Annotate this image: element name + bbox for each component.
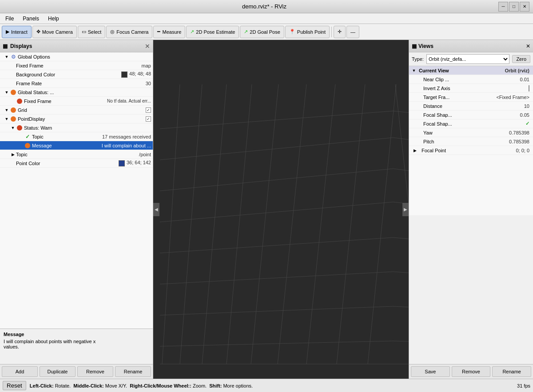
focus-camera-button[interactable]: ◎ Focus Camera: [106, 26, 152, 38]
views-tree-row[interactable]: Distance 10: [409, 102, 533, 111]
rename-view-button[interactable]: Rename: [492, 366, 531, 377]
red-circle-icon: [16, 125, 23, 131]
views-panel: ▦ Views ✕ Type: Orbit (rviz_defa... Zero…: [409, 40, 533, 379]
displays-tree[interactable]: ▼ ⚙ Global Options Fixed Frame map Backg…: [0, 52, 153, 329]
2d-pose-button[interactable]: ↗ 2D Pose Estimate: [186, 26, 239, 38]
views-tree-row[interactable]: Focal Shap... 0.05: [409, 111, 533, 119]
main-layout: ▦ Displays ✕ ▼ ⚙ Global Options Fixed Fr…: [0, 40, 533, 379]
tree-row[interactable]: Background Color 48; 48; 48: [0, 70, 153, 79]
views-item-label: Focal Shap...: [417, 121, 525, 127]
select-button[interactable]: ▭ Select: [78, 26, 106, 38]
publish-point-icon: 📍: [289, 29, 295, 35]
tree-row[interactable]: ▼ ⚙ Global Options: [0, 52, 153, 61]
tree-item-value: ✓: [146, 107, 153, 113]
expand-icon[interactable]: ▼: [4, 108, 10, 112]
views-item-value: Orbit (rviz): [505, 68, 533, 73]
expand-icon[interactable]: ▼: [411, 68, 417, 73]
views-tree-row[interactable]: ▶ Focal Point 0; 0; 0: [409, 146, 533, 155]
save-view-button[interactable]: Save: [411, 366, 450, 377]
tree-item-label: Topic: [16, 152, 139, 157]
expand-icon[interactable]: ▼: [4, 117, 10, 121]
views-item-value: 0.785398: [509, 130, 533, 135]
invert-z-checkbox[interactable]: [529, 85, 529, 91]
displays-title: ▦ Displays: [3, 43, 32, 49]
tree-item-label: Global Options: [18, 54, 151, 59]
tree-item-value: I will complain about ...: [102, 143, 153, 148]
views-type-select[interactable]: Orbit (rviz_defa...: [426, 54, 509, 64]
tree-item-label: Fixed Frame: [24, 99, 107, 104]
views-spacer: [409, 215, 533, 364]
views-tree-row[interactable]: Near Clip ... 0.01: [409, 75, 533, 84]
views-item-label: Distance: [417, 103, 524, 109]
reset-button[interactable]: Reset: [3, 381, 26, 390]
tree-row[interactable]: ✓ Topic 17 messages received: [0, 132, 153, 141]
views-tree-row[interactable]: Focal Shap... ✓: [409, 119, 533, 128]
duplicate-display-button[interactable]: Duplicate: [40, 366, 76, 377]
views-tree-row[interactable]: ▼ Current View Orbit (rviz): [409, 66, 533, 75]
views-tree-row[interactable]: Yaw 0.785398: [409, 128, 533, 137]
menubar: File Panels Help: [0, 13, 533, 24]
tree-row[interactable]: Frame Rate 30: [0, 79, 153, 88]
views-close-button[interactable]: ✕: [526, 43, 530, 49]
select-label: Select: [88, 29, 102, 35]
add-display-button[interactable]: Add: [2, 366, 38, 377]
displays-buttons: Add Duplicate Remove Rename: [0, 364, 153, 379]
views-icon: ▦: [412, 43, 417, 49]
displays-close-button[interactable]: ✕: [145, 43, 150, 50]
tree-item-label: Topic: [32, 134, 102, 139]
views-tree-row[interactable]: Invert Z Axis: [409, 84, 533, 93]
expand-icon[interactable]: ▶: [411, 148, 417, 153]
minus-toolbar-button[interactable]: —: [346, 26, 359, 38]
views-type-label: Type:: [412, 56, 424, 62]
tree-item-label: Background Color: [16, 72, 121, 77]
measure-button[interactable]: ━ Measure: [153, 26, 185, 38]
tree-row[interactable]: Fixed Frame No tf data. Actual err...: [0, 97, 153, 106]
views-item-label: Invert Z Axis: [417, 86, 529, 91]
statusbar: Reset Left-Click: Rotate. Middle-Click: …: [0, 379, 533, 392]
views-item-value: 0.05: [520, 112, 533, 118]
menu-help[interactable]: Help: [44, 15, 63, 23]
tree-row[interactable]: ▶ Topic /point: [0, 150, 153, 159]
tree-row[interactable]: Fixed Frame map: [0, 61, 153, 70]
menu-file[interactable]: File: [2, 15, 17, 23]
3d-viewport[interactable]: ◀ ▶: [153, 40, 409, 379]
tree-item-label: Global Status: ...: [18, 90, 151, 95]
color-swatch: [121, 71, 127, 78]
expand-icon[interactable]: ▼: [10, 126, 16, 130]
tree-row[interactable]: ▼ Grid ✓: [0, 106, 153, 115]
move-camera-button[interactable]: ✥ Move Camera: [32, 26, 77, 38]
remove-display-button[interactable]: Remove: [77, 366, 113, 377]
views-zero-button[interactable]: Zero: [512, 55, 530, 63]
tree-row[interactable]: ▼ PointDisplay ✓: [0, 115, 153, 123]
interact-button[interactable]: ▶ Interact: [2, 26, 32, 38]
tree-row-selected[interactable]: Message I will complain about ...: [0, 141, 153, 150]
tree-row[interactable]: ▼ Global Status: ...: [0, 88, 153, 97]
tree-item-label: Fixed Frame: [16, 63, 142, 68]
tree-row[interactable]: Point Color 36; 64; 142: [0, 159, 153, 168]
2d-goal-button[interactable]: ↗ 2D Goal Pose: [240, 26, 284, 38]
expand-icon[interactable]: ▼: [4, 55, 10, 59]
minimize-button[interactable]: ─: [498, 2, 508, 12]
pointdisplay-checkbox[interactable]: ✓: [146, 116, 151, 122]
rename-display-button[interactable]: Rename: [115, 366, 151, 377]
views-buttons: Save Remove Rename: [409, 364, 533, 379]
grid-checkbox[interactable]: ✓: [146, 107, 151, 113]
publish-point-button[interactable]: 📍 Publish Point: [285, 26, 330, 38]
status-help-text: Left-Click: Rotate. Middle-Click: Move X…: [30, 383, 253, 388]
menu-panels[interactable]: Panels: [19, 15, 43, 23]
select-icon: ▭: [82, 29, 86, 35]
collapse-right-arrow[interactable]: ▶: [402, 203, 409, 216]
collapse-left-arrow[interactable]: ◀: [153, 203, 159, 216]
add-toolbar-button[interactable]: ✛: [334, 26, 346, 38]
views-item-label: Target Fra...: [417, 95, 496, 100]
tree-row[interactable]: ▼ Status: Warn: [0, 123, 153, 132]
remove-view-button[interactable]: Remove: [452, 366, 491, 377]
views-tree-row[interactable]: Target Fra... <Fixed Frame>: [409, 93, 533, 102]
displays-header: ▦ Displays ✕: [0, 40, 153, 52]
views-tree-row[interactable]: Pitch 0.785398: [409, 137, 533, 146]
maximize-button[interactable]: □: [509, 2, 519, 12]
expand-icon[interactable]: ▶: [10, 152, 16, 157]
close-button[interactable]: ✕: [520, 2, 529, 12]
expand-icon[interactable]: ▼: [4, 90, 10, 95]
cursor-icon: ▶: [6, 29, 9, 35]
